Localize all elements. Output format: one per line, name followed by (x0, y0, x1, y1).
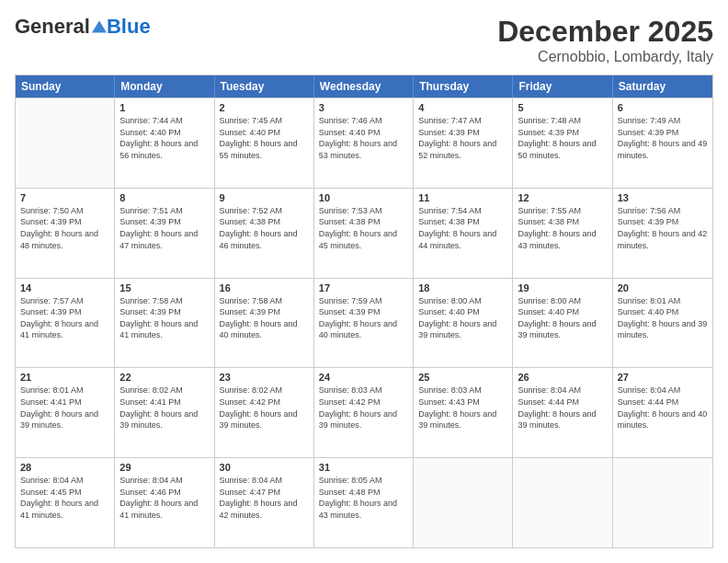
calendar-cell: 27 Sunrise: 8:04 AM Sunset: 4:44 PM Dayl… (613, 368, 712, 457)
day-number: 7 (20, 192, 109, 203)
location: Cernobbio, Lombardy, Italy (497, 49, 713, 65)
day-number: 3 (319, 102, 408, 113)
calendar-cell: 26 Sunrise: 8:04 AM Sunset: 4:44 PM Dayl… (513, 368, 612, 457)
calendar-cell: 21 Sunrise: 8:01 AM Sunset: 4:41 PM Dayl… (16, 368, 115, 457)
sun-info: Sunrise: 7:48 AM Sunset: 4:39 PM Dayligh… (518, 115, 607, 161)
calendar-cell: 11 Sunrise: 7:54 AM Sunset: 4:38 PM Dayl… (414, 189, 513, 278)
day-number: 31 (319, 462, 408, 473)
weekday-header: Thursday (414, 75, 513, 98)
calendar-header: SundayMondayTuesdayWednesdayThursdayFrid… (16, 75, 712, 98)
svg-marker-0 (92, 21, 107, 33)
sun-info: Sunrise: 8:01 AM Sunset: 4:41 PM Dayligh… (20, 385, 109, 431)
sun-info: Sunrise: 8:03 AM Sunset: 4:43 PM Dayligh… (418, 385, 507, 431)
sun-info: Sunrise: 8:00 AM Sunset: 4:40 PM Dayligh… (518, 295, 607, 341)
calendar-cell: 13 Sunrise: 7:56 AM Sunset: 4:39 PM Dayl… (613, 189, 712, 278)
calendar-cell: 8 Sunrise: 7:51 AM Sunset: 4:39 PM Dayli… (115, 189, 214, 278)
day-number: 18 (418, 282, 507, 293)
sun-info: Sunrise: 7:58 AM Sunset: 4:39 PM Dayligh… (119, 295, 209, 341)
weekday-header: Monday (115, 75, 214, 98)
calendar-cell: 15 Sunrise: 7:58 AM Sunset: 4:39 PM Dayl… (115, 279, 214, 368)
page: General Blue December 2025 Cernobbio, Lo… (0, 0, 728, 563)
calendar-cell: 6 Sunrise: 7:49 AM Sunset: 4:39 PM Dayli… (613, 98, 712, 188)
sun-info: Sunrise: 8:00 AM Sunset: 4:40 PM Dayligh… (418, 295, 507, 341)
sun-info: Sunrise: 7:53 AM Sunset: 4:38 PM Dayligh… (319, 205, 408, 251)
day-number: 22 (119, 372, 209, 383)
calendar-cell: 10 Sunrise: 7:53 AM Sunset: 4:38 PM Dayl… (314, 189, 414, 278)
sun-info: Sunrise: 8:04 AM Sunset: 4:45 PM Dayligh… (20, 475, 109, 521)
sun-info: Sunrise: 7:58 AM Sunset: 4:39 PM Dayligh… (220, 295, 309, 341)
day-number: 11 (418, 192, 507, 203)
sun-info: Sunrise: 7:51 AM Sunset: 4:39 PM Dayligh… (119, 205, 209, 251)
day-number: 27 (618, 372, 708, 383)
sun-info: Sunrise: 7:49 AM Sunset: 4:39 PM Dayligh… (618, 115, 708, 161)
calendar-row: 7 Sunrise: 7:50 AM Sunset: 4:39 PM Dayli… (16, 188, 712, 278)
day-number: 23 (220, 372, 309, 383)
calendar-cell: 5 Sunrise: 7:48 AM Sunset: 4:39 PM Dayli… (513, 98, 612, 188)
day-number: 12 (518, 192, 607, 203)
calendar-cell: 29 Sunrise: 8:04 AM Sunset: 4:46 PM Dayl… (115, 458, 214, 547)
calendar-cell: 16 Sunrise: 7:58 AM Sunset: 4:39 PM Dayl… (215, 279, 314, 368)
day-number: 14 (20, 282, 109, 293)
day-number: 10 (319, 192, 408, 203)
calendar-cell (16, 98, 115, 188)
logo-icon (92, 19, 107, 34)
calendar-cell: 31 Sunrise: 8:05 AM Sunset: 4:48 PM Dayl… (314, 458, 414, 547)
month-title: December 2025 (497, 15, 713, 49)
calendar-cell: 9 Sunrise: 7:52 AM Sunset: 4:38 PM Dayli… (215, 189, 314, 278)
sun-info: Sunrise: 7:56 AM Sunset: 4:39 PM Dayligh… (618, 205, 708, 251)
calendar-cell: 23 Sunrise: 8:02 AM Sunset: 4:42 PM Dayl… (215, 368, 314, 457)
day-number: 5 (518, 102, 607, 113)
day-number: 21 (20, 372, 109, 383)
title-block: December 2025 Cernobbio, Lombardy, Italy (497, 15, 713, 65)
sun-info: Sunrise: 7:54 AM Sunset: 4:38 PM Dayligh… (418, 205, 507, 251)
logo: General Blue (15, 15, 151, 39)
calendar-cell: 2 Sunrise: 7:45 AM Sunset: 4:40 PM Dayli… (215, 98, 314, 188)
sun-info: Sunrise: 7:46 AM Sunset: 4:40 PM Dayligh… (319, 115, 408, 161)
sun-info: Sunrise: 8:02 AM Sunset: 4:41 PM Dayligh… (119, 385, 209, 431)
sun-info: Sunrise: 8:02 AM Sunset: 4:42 PM Dayligh… (220, 385, 309, 431)
day-number: 6 (618, 102, 708, 113)
calendar-cell (414, 458, 513, 547)
day-number: 24 (319, 372, 408, 383)
calendar-cell: 17 Sunrise: 7:59 AM Sunset: 4:39 PM Dayl… (314, 279, 414, 368)
sun-info: Sunrise: 8:04 AM Sunset: 4:46 PM Dayligh… (119, 475, 209, 521)
calendar-cell: 14 Sunrise: 7:57 AM Sunset: 4:39 PM Dayl… (16, 279, 115, 368)
day-number: 17 (319, 282, 408, 293)
sun-info: Sunrise: 8:04 AM Sunset: 4:44 PM Dayligh… (618, 385, 708, 431)
calendar-cell: 7 Sunrise: 7:50 AM Sunset: 4:39 PM Dayli… (16, 189, 115, 278)
sun-info: Sunrise: 7:50 AM Sunset: 4:39 PM Dayligh… (20, 205, 109, 251)
header: General Blue December 2025 Cernobbio, Lo… (15, 15, 713, 65)
calendar-cell: 19 Sunrise: 8:00 AM Sunset: 4:40 PM Dayl… (513, 279, 612, 368)
day-number: 25 (418, 372, 507, 383)
calendar-cell: 4 Sunrise: 7:47 AM Sunset: 4:39 PM Dayli… (414, 98, 513, 188)
calendar-cell (613, 458, 712, 547)
calendar: SundayMondayTuesdayWednesdayThursdayFrid… (15, 75, 713, 548)
weekday-header: Tuesday (215, 75, 314, 98)
calendar-cell: 20 Sunrise: 8:01 AM Sunset: 4:40 PM Dayl… (613, 279, 712, 368)
sun-info: Sunrise: 7:47 AM Sunset: 4:39 PM Dayligh… (418, 115, 507, 161)
day-number: 2 (220, 102, 309, 113)
day-number: 15 (119, 282, 209, 293)
calendar-cell: 24 Sunrise: 8:03 AM Sunset: 4:42 PM Dayl… (314, 368, 414, 457)
calendar-cell (513, 458, 612, 547)
sun-info: Sunrise: 8:05 AM Sunset: 4:48 PM Dayligh… (319, 475, 408, 521)
sun-info: Sunrise: 8:01 AM Sunset: 4:40 PM Dayligh… (618, 295, 708, 341)
calendar-cell: 30 Sunrise: 8:04 AM Sunset: 4:47 PM Dayl… (215, 458, 314, 547)
calendar-cell: 18 Sunrise: 8:00 AM Sunset: 4:40 PM Dayl… (414, 279, 513, 368)
weekday-header: Saturday (613, 75, 712, 98)
calendar-row: 14 Sunrise: 7:57 AM Sunset: 4:39 PM Dayl… (16, 278, 712, 368)
calendar-cell: 22 Sunrise: 8:02 AM Sunset: 4:41 PM Dayl… (115, 368, 214, 457)
day-number: 8 (119, 192, 209, 203)
calendar-cell: 25 Sunrise: 8:03 AM Sunset: 4:43 PM Dayl… (414, 368, 513, 457)
sun-info: Sunrise: 7:57 AM Sunset: 4:39 PM Dayligh… (20, 295, 109, 341)
calendar-cell: 1 Sunrise: 7:44 AM Sunset: 4:40 PM Dayli… (115, 98, 214, 188)
calendar-row: 1 Sunrise: 7:44 AM Sunset: 4:40 PM Dayli… (16, 98, 712, 188)
day-number: 13 (618, 192, 708, 203)
sun-info: Sunrise: 7:45 AM Sunset: 4:40 PM Dayligh… (220, 115, 309, 161)
sun-info: Sunrise: 7:52 AM Sunset: 4:38 PM Dayligh… (220, 205, 309, 251)
sun-info: Sunrise: 8:03 AM Sunset: 4:42 PM Dayligh… (319, 385, 408, 431)
calendar-cell: 12 Sunrise: 7:55 AM Sunset: 4:38 PM Dayl… (513, 189, 612, 278)
logo-blue: Blue (107, 15, 151, 39)
logo-general: General (15, 15, 90, 39)
weekday-header: Sunday (16, 75, 115, 98)
